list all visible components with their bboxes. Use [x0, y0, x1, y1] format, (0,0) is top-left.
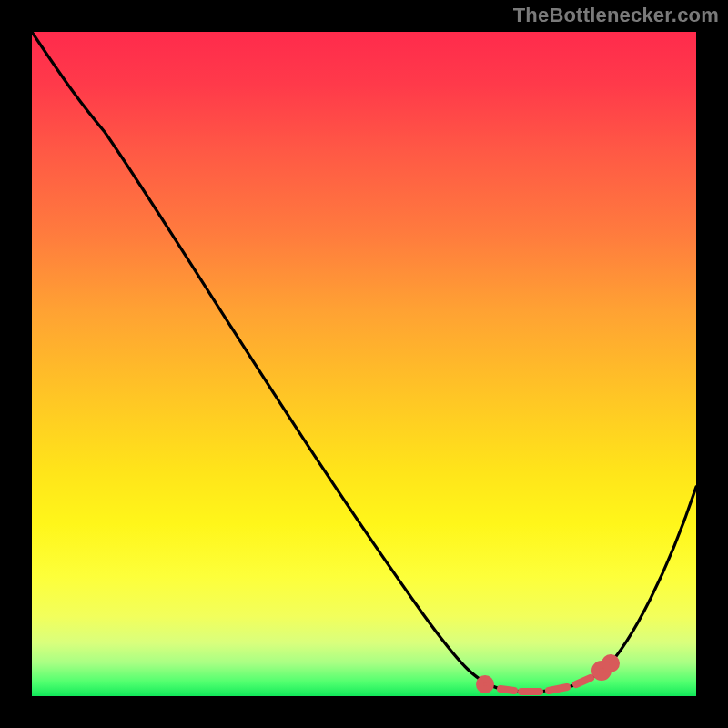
optimal-range-markers: [480, 658, 616, 692]
svg-point-6: [605, 658, 616, 669]
svg-line-4: [576, 678, 591, 684]
bottleneck-curve: [32, 32, 696, 696]
svg-line-1: [500, 689, 514, 691]
svg-line-3: [549, 687, 567, 691]
svg-point-0: [480, 679, 490, 690]
chart-frame: TheBottlenecker.com: [0, 0, 728, 728]
curve-path: [32, 32, 696, 692]
attribution-text: TheBottlenecker.com: [513, 4, 719, 27]
plot-area: [32, 32, 696, 696]
